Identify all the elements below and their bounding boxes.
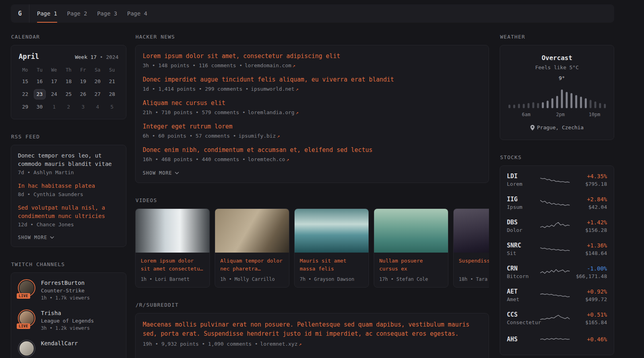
stock-sparkline [540, 244, 570, 254]
time-label-2pm: 2pm [556, 112, 565, 117]
stock-change: +2.84% [570, 196, 607, 203]
stock-row[interactable]: AHS +0.46% [507, 334, 607, 344]
hn-item-title[interactable]: Donec enim nibh, condimentum et accumsan… [143, 146, 481, 154]
live-badge: LIVE [17, 323, 30, 329]
rss-item-title[interactable]: In hac habitasse platea [18, 182, 119, 190]
stock-values: +0.51% $165.84 [570, 311, 607, 325]
hn-item-title[interactable]: Lorem ipsum dolor sit amet, consectetur … [143, 52, 481, 60]
stock-price: $499.72 [570, 296, 607, 302]
stock-sparkline-wrap [539, 221, 570, 231]
video-card[interactable]: Mauris sit amet massa felis 7h • Grayson… [294, 208, 369, 288]
hn-domain-link[interactable]: ipsumify.biz↗ [239, 133, 280, 139]
subreddit-domain-link[interactable]: loremnet.xyz↗ [260, 341, 302, 347]
calendar-widget-label: CALENDAR [11, 34, 126, 40]
calendar-day-cell: 23 [32, 88, 47, 100]
stock-change: +1.42% [570, 219, 607, 226]
hn-item-title[interactable]: Donec imperdiet augue tincidunt felis al… [143, 76, 481, 84]
page-tab[interactable]: Page 3 [97, 4, 117, 23]
stock-row[interactable]: CCS Consectetur +0.51% $165.84 [507, 311, 607, 325]
calendar-day-number: 19 [77, 76, 89, 87]
stock-row[interactable]: AET Amet +0.92% $499.72 [507, 288, 607, 302]
calendar-day-cell: 3 [76, 101, 90, 113]
stock-price: $66,171.48 [570, 273, 607, 279]
rss-list: Donec tempor eros leo, ut commodo mauris… [18, 152, 119, 228]
stock-sparkline-wrap [539, 244, 570, 254]
stock-identity: SNRC Sit [507, 242, 539, 256]
video-title: Nullam posuere cursus ex [379, 257, 443, 273]
show-more-label: SHOW MORE [143, 170, 172, 176]
stock-ticker: LDI [507, 173, 539, 180]
video-card[interactable]: Suspendisse diam 18h • Tara [453, 208, 489, 288]
hn-item-title[interactable]: Integer eget rutrum lorem [143, 123, 481, 131]
stock-values: +0.92% $499.72 [570, 288, 607, 302]
stock-ticker: SNRC [507, 242, 539, 249]
left-column: CALENDAR April Week 17 • 2024 MoTuWeThFr… [11, 34, 126, 358]
calendar-day-cell: 22 [18, 88, 32, 100]
weather-bar [537, 103, 539, 108]
calendar-day-cell: 29 [18, 101, 32, 113]
calendar-day-cell: 25 [61, 88, 76, 100]
hn-domain-link[interactable]: ipsumworld.net↗ [251, 86, 299, 92]
video-card[interactable]: Nullam posuere cursus ex 17h • Stefan Co… [374, 208, 448, 288]
video-thumbnail [295, 209, 369, 253]
dashboard: G Page 1 Page 2 Page 3 Page 4 CALENDAR A… [11, 4, 614, 358]
twitch-channel-info: Trisha League of Legends 3h • 1.2k viewe… [41, 309, 94, 331]
hn-show-more-button[interactable]: SHOW MORE [143, 170, 179, 176]
calendar-day-cell: 27 [90, 88, 105, 100]
calendar-day-cell: 18 [61, 76, 76, 87]
stock-sparkline [540, 267, 570, 277]
stock-price: $165.84 [570, 319, 607, 325]
stock-row[interactable]: SNRC Sit +1.36% $148.64 [507, 242, 607, 256]
page-tab[interactable]: Page 1 [37, 4, 57, 23]
location-pin-icon [530, 125, 535, 130]
app-logo[interactable]: G [11, 4, 29, 23]
twitch-channel-row[interactable]: LIVE ForrestBurton Counter-Strike 1h • 1… [18, 279, 119, 301]
stock-sparkline-wrap [539, 334, 570, 344]
video-meta: 1h • Lori Barnett [141, 276, 204, 282]
stock-sparkline [540, 290, 570, 300]
calendar-month: April [19, 53, 39, 60]
rss-item-title[interactable]: Donec tempor eros leo, ut commodo mauris… [18, 152, 119, 168]
live-badge: LIVE [17, 293, 30, 299]
video-card[interactable]: Aliquam tempor dolor nec pharetra… 1h • … [215, 208, 289, 288]
hn-item: Integer eget rutrum lorem 6h • 60 points… [143, 123, 481, 139]
weather-bar [604, 104, 606, 108]
stock-price: $42.04 [570, 204, 607, 210]
page-tab[interactable]: Page 4 [127, 4, 147, 23]
rss-item: Donec tempor eros leo, ut commodo mauris… [18, 152, 119, 175]
twitch-channel-info: KendallCarr [41, 340, 78, 347]
hn-domain-link[interactable]: loremtech.co↗ [248, 156, 289, 162]
hn-domain-link[interactable]: loremlandia.org↗ [248, 109, 299, 115]
weather-bar [528, 103, 530, 108]
twitch-channel-row[interactable]: LIVE Trisha League of Legends 3h • 1.2k … [18, 309, 119, 331]
rss-item-title[interactable]: Sed volutpat nulla nisl, a condimentum n… [18, 204, 119, 220]
video-card[interactable]: Lorem ipsum dolor sit amet consectetu… 1… [135, 208, 210, 288]
calendar-day-number: 16 [34, 76, 46, 87]
stock-values: +2.84% $42.04 [570, 196, 607, 210]
subreddit-post-title[interactable]: Maecenas mollis pulvinar erat non posuer… [143, 320, 481, 339]
calendar-day-names: MoTuWeThFrSaSu [18, 67, 119, 73]
stock-row[interactable]: CRN Bitcorn -1.00% $66,171.48 [507, 265, 607, 279]
page-tab[interactable]: Page 2 [67, 4, 87, 23]
hn-domain-link[interactable]: loremdomain.com↗ [244, 62, 295, 68]
hn-item-title[interactable]: Aliquam nec cursus elit [143, 99, 481, 107]
stock-row[interactable]: IIG Ipsum +2.84% $42.04 [507, 196, 607, 210]
videos-widget: VIDEOS Lorem ipsum dolor sit amet consec… [135, 197, 489, 288]
weather-condition: Overcast [507, 54, 607, 62]
stock-row[interactable]: DBS Dolor +1.42% $156.28 [507, 219, 607, 233]
twitch-channel-row[interactable]: KendallCarr [18, 340, 119, 357]
weather-bar [532, 102, 534, 108]
external-link-icon: ↗ [299, 341, 302, 347]
twitch-avatar-wrap [18, 340, 35, 357]
weather-bar [575, 95, 577, 108]
calendar-day-number: 20 [91, 76, 103, 87]
page-tabs: Page 1 Page 2 Page 3 Page 4 [29, 4, 147, 23]
hn-domain: loremdomain.com [244, 62, 291, 68]
stocks-card: LDI Lorem +4.35% $795.18 [500, 165, 614, 355]
stock-row[interactable]: LDI Lorem +4.35% $795.18 [507, 173, 607, 187]
calendar-day-cell: 5 [105, 101, 119, 113]
avatar-ring [18, 340, 35, 357]
rss-show-more-button[interactable]: SHOW MORE [18, 235, 54, 240]
stock-change: +4.35% [570, 173, 607, 180]
calendar-day-number: 24 [48, 89, 60, 99]
